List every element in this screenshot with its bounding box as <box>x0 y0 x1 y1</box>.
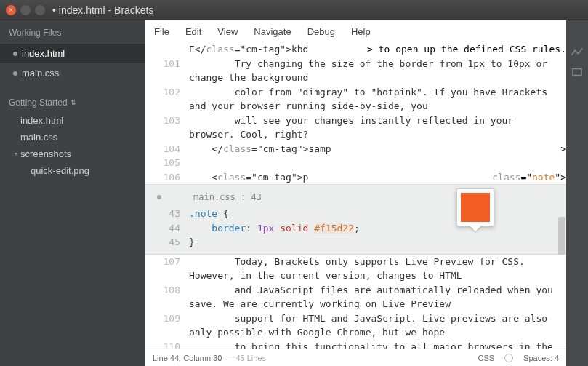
popover-arrow-icon <box>470 226 481 237</box>
project-folder-screenshots[interactable]: ▾ screenshots <box>4 146 145 162</box>
editor-body[interactable]: E</class="cm-tag">kbd> to open up the de… <box>145 42 566 349</box>
inline-file-label: main.css : 43 <box>193 191 262 204</box>
line-number: 103 <box>145 114 189 142</box>
maximize-icon[interactable] <box>35 5 45 15</box>
line-number: 106 <box>145 170 189 185</box>
window-title: • index.html - Brackets <box>52 4 154 16</box>
dirty-dot-icon <box>13 71 17 76</box>
file-label: index.html <box>22 48 65 59</box>
color-swatch <box>461 193 490 222</box>
line-number: 102 <box>145 85 189 114</box>
right-toolbar <box>566 20 588 366</box>
cursor-position[interactable]: Line 44, Column 30 <box>153 354 222 362</box>
code-line[interactable]: 106 <class="cm-tag">p class="note"> <box>145 170 566 185</box>
working-file-main-css[interactable]: main.css <box>0 63 145 83</box>
titlebar: ✕ • index.html - Brackets <box>0 0 588 20</box>
menu-help[interactable]: Help <box>351 26 371 37</box>
code-line[interactable]: 103 will see your changes instantly refl… <box>145 114 566 142</box>
window-controls: ✕ <box>6 5 45 15</box>
project-file-quick-edit[interactable]: quick-edit.png <box>4 162 145 179</box>
code-line[interactable]: 43.note { <box>145 207 566 221</box>
line-number: 101 <box>145 57 189 85</box>
project-file-main-css[interactable]: main.css <box>4 129 145 146</box>
line-number: 108 <box>145 283 189 311</box>
menu-edit[interactable]: Edit <box>185 26 201 37</box>
code-line[interactable]: E</class="cm-tag">kbd> to open up the de… <box>145 42 566 57</box>
minimize-icon[interactable] <box>20 5 31 15</box>
file-label: main.css <box>22 68 59 79</box>
menu-navigate[interactable]: Navigate <box>254 26 291 37</box>
code-line[interactable]: 44 border: 1px solid #f15d22; <box>145 221 566 236</box>
live-preview-icon[interactable] <box>571 47 584 57</box>
code-line[interactable]: 101 Try changing the size of the border … <box>145 57 566 85</box>
dirty-dot-icon <box>157 195 161 199</box>
line-number: 107 <box>145 255 189 283</box>
folder-label: screenshots <box>20 148 71 159</box>
language-mode[interactable]: CSS <box>478 354 494 362</box>
project-file-index[interactable]: index.html <box>4 112 145 129</box>
code-line[interactable]: 108 and JavaScript files are automatical… <box>145 283 566 311</box>
statusbar: Line 44, Column 30 — 45 Lines CSS Spaces… <box>145 349 566 366</box>
line-number: 43 <box>145 207 189 221</box>
scrollbar-thumb[interactable] <box>558 217 565 255</box>
line-number: 110 <box>145 340 189 349</box>
line-number: 45 <box>145 235 189 250</box>
indent-setting[interactable]: Spaces: 4 <box>523 354 559 362</box>
working-files-list: index.html main.css <box>0 44 145 83</box>
line-number: 44 <box>145 221 189 236</box>
separator: — <box>225 354 233 362</box>
line-number: 105 <box>145 156 189 170</box>
inline-header: main.css : 43 <box>145 185 566 207</box>
status-circle-icon[interactable] <box>504 354 513 362</box>
line-number <box>145 42 189 57</box>
code-line[interactable]: 105 <box>145 156 566 170</box>
color-popover[interactable] <box>456 188 494 237</box>
dirty-dot-icon <box>13 52 17 56</box>
triangle-down-icon: ▾ <box>15 151 17 157</box>
chevron-updown-icon: ⇅ <box>71 99 76 106</box>
menu-file[interactable]: File <box>154 26 169 37</box>
line-number: 104 <box>145 142 189 156</box>
svg-rect-0 <box>573 69 581 76</box>
editor-pane: File Edit View Navigate Debug Help E</cl… <box>145 20 588 366</box>
menu-debug[interactable]: Debug <box>307 26 335 37</box>
sidebar: Working Files index.html main.css Gettin… <box>0 20 145 366</box>
close-icon[interactable]: ✕ <box>6 5 16 15</box>
code-line[interactable]: 109 support for HTML and JavaScript. Liv… <box>145 311 566 340</box>
line-count: 45 Lines <box>235 354 266 362</box>
code-line[interactable]: 102 color from "dimgray" to "hotpink". I… <box>145 85 566 114</box>
line-number: 109 <box>145 311 189 340</box>
working-file-index[interactable]: index.html <box>0 44 145 63</box>
project-files: index.html main.css ▾ screenshots quick-… <box>0 112 145 179</box>
menubar: File Edit View Navigate Debug Help <box>145 20 588 42</box>
menu-view[interactable]: View <box>217 26 238 37</box>
project-label: Getting Started <box>9 98 68 108</box>
inline-editor: main.css : 4343.note {44 border: 1px sol… <box>145 184 566 255</box>
extension-icon[interactable] <box>571 67 584 77</box>
working-files-header: Working Files <box>0 20 145 44</box>
code-line[interactable]: 45} <box>145 235 566 250</box>
code-line[interactable]: 107 Today, Brackets only supports Live P… <box>145 255 566 283</box>
code-line[interactable]: 104 </class="cm-tag">samp> <box>145 142 566 156</box>
project-header[interactable]: Getting Started ⇅ <box>0 93 145 112</box>
code-line[interactable]: 110 to bring this functionality to all m… <box>145 340 566 349</box>
